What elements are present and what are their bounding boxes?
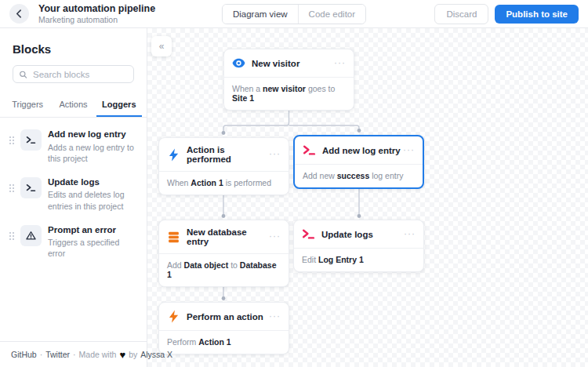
- node-header: New visitor ···: [224, 49, 354, 78]
- drag-handle-icon[interactable]: [8, 135, 14, 144]
- node-title: Perform an action: [187, 312, 263, 322]
- block-description: Adds a new log entry to this project: [48, 142, 136, 164]
- node-description: When a new visitor goes to Site 1: [224, 78, 354, 110]
- publish-button[interactable]: Publish to site: [495, 5, 579, 24]
- block-description: Edits and deletes log entries in this pr…: [48, 189, 136, 211]
- terminal-icon: [20, 177, 42, 198]
- node-menu-button[interactable]: ···: [403, 147, 415, 153]
- node-description: When Action 1 is performed: [159, 172, 289, 194]
- page-subtitle: Marketing automation: [38, 15, 155, 24]
- block-title: Update logs: [48, 176, 136, 189]
- database-icon: [167, 231, 180, 244]
- node-description: Add new success log entry: [295, 165, 423, 187]
- separator: ·: [73, 350, 76, 359]
- node-perform-an-action[interactable]: Perform an action ··· Perform Action 1: [158, 302, 289, 354]
- block-list: Add new log entry Adds a new log entry t…: [0, 118, 147, 341]
- node-new-visitor[interactable]: New visitor ··· When a new visitor goes …: [223, 49, 354, 111]
- node-header: Action is performed ···: [159, 138, 289, 172]
- node-update-logs[interactable]: Update logs ··· Edit Log Entry 1: [293, 220, 424, 272]
- block-item-prompt-an-error[interactable]: Prompt an error Triggers a specified err…: [6, 224, 136, 260]
- node-title: Add new log entry: [322, 146, 401, 155]
- node-menu-button[interactable]: ···: [269, 234, 281, 239]
- heart-icon: ♥: [119, 350, 125, 360]
- made-with-label: Made with: [79, 350, 117, 359]
- node-menu-button[interactable]: ···: [269, 151, 281, 157]
- block-title: Prompt an error: [48, 224, 136, 237]
- search-input[interactable]: [13, 65, 134, 83]
- block-tabs: Triggers Actions Loggers: [0, 94, 147, 118]
- node-title: New visitor: [252, 59, 299, 68]
- terminal-icon: [303, 144, 316, 157]
- node-action-is-performed[interactable]: Action is performed ··· When Action 1 is…: [158, 137, 289, 195]
- node-title: Update logs: [321, 230, 373, 239]
- separator: ·: [40, 350, 43, 359]
- block-title: Add new log entry: [48, 129, 136, 141]
- block-text: Prompt an error Triggers a specified err…: [48, 224, 136, 260]
- back-button[interactable]: [9, 4, 29, 24]
- block-text: Update logs Edits and deletes log entrie…: [48, 176, 136, 212]
- tab-triggers[interactable]: Triggers: [5, 94, 50, 117]
- page-title: Your automation pipeline: [38, 3, 155, 14]
- node-header: Perform an action ···: [159, 303, 289, 331]
- title-block: Your automation pipeline Marketing autom…: [38, 3, 155, 24]
- node-menu-button[interactable]: ···: [269, 314, 281, 319]
- node-menu-button[interactable]: ···: [334, 60, 346, 66]
- block-item-update-logs[interactable]: Update logs Edits and deletes log entrie…: [6, 176, 136, 212]
- github-link[interactable]: GitHub: [11, 350, 37, 359]
- diagram-canvas[interactable]: « New visitor: [147, 28, 588, 367]
- chevron-left-icon: [15, 9, 24, 18]
- tab-code-editor[interactable]: Code editor: [298, 5, 365, 24]
- app-header: Your automation pipeline Marketing autom…: [0, 0, 588, 28]
- node-header: Add new log entry ···: [295, 136, 423, 165]
- terminal-icon: [20, 129, 42, 151]
- tab-loggers[interactable]: Loggers: [96, 94, 142, 117]
- tab-diagram-view[interactable]: Diagram view: [223, 5, 298, 24]
- block-description: Triggers a specified error: [48, 237, 136, 259]
- node-title: New database entry: [187, 227, 269, 246]
- node-description: Perform Action 1: [159, 331, 289, 354]
- node-add-new-log-entry[interactable]: Add new log entry ··· Add new success lo…: [293, 135, 424, 189]
- node-menu-button[interactable]: ···: [404, 231, 416, 237]
- drag-handle-icon[interactable]: [8, 231, 14, 240]
- node-header: New database entry ···: [159, 220, 289, 254]
- node-description: Add Data object to Database 1: [159, 254, 289, 286]
- node-title: Action is performed: [187, 145, 269, 164]
- sidebar-title: Blocks: [0, 28, 147, 65]
- bolt-icon: [167, 310, 180, 323]
- credits-footer: GitHub · Twitter · Made with ♥ by Alyssa…: [0, 341, 147, 367]
- node-new-database-entry[interactable]: New database entry ··· Add Data object t…: [158, 220, 289, 287]
- search-icon: [19, 70, 27, 78]
- warning-icon: [20, 225, 42, 246]
- collapse-sidebar-button[interactable]: «: [151, 36, 172, 56]
- tab-actions[interactable]: Actions: [50, 94, 96, 117]
- author-link[interactable]: Alyssa X: [140, 350, 172, 359]
- main-layout: Blocks Triggers Actions Loggers Add new …: [0, 28, 588, 367]
- eye-icon: [232, 56, 245, 70]
- drag-handle-icon[interactable]: [8, 183, 14, 192]
- search-box: [13, 65, 134, 83]
- header-actions: Discard Publish to site: [434, 4, 579, 24]
- view-switch: Diagram view Code editor: [222, 4, 366, 24]
- block-item-add-new-log-entry[interactable]: Add new log entry Adds a new log entry t…: [6, 129, 136, 164]
- blocks-sidebar: Blocks Triggers Actions Loggers Add new …: [0, 28, 147, 367]
- bolt-icon: [167, 148, 180, 162]
- node-header: Update logs ···: [294, 220, 423, 249]
- node-description: Edit Log Entry 1: [294, 249, 423, 271]
- block-text: Add new log entry Adds a new log entry t…: [48, 129, 136, 164]
- by-label: by: [129, 350, 137, 359]
- discard-button[interactable]: Discard: [434, 4, 488, 24]
- terminal-icon: [302, 227, 315, 241]
- twitter-link[interactable]: Twitter: [45, 350, 70, 359]
